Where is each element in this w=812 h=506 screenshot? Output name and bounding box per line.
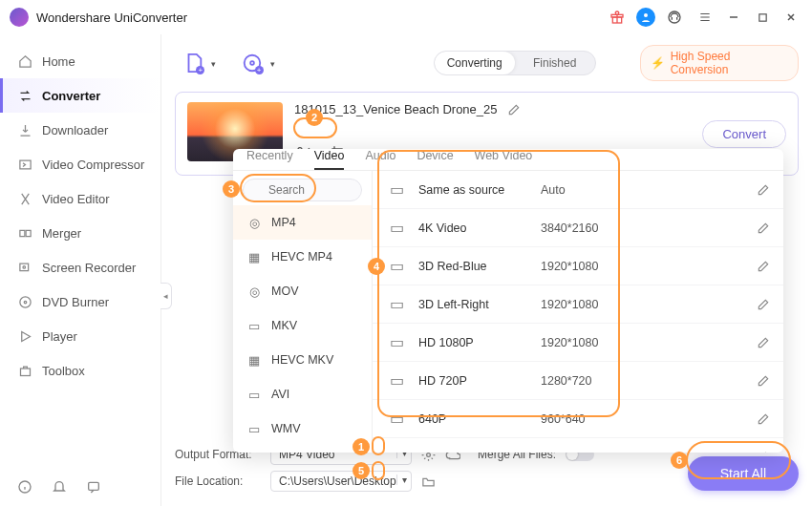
converter-icon: [17, 88, 32, 103]
format-mkv[interactable]: ▭MKV: [233, 308, 372, 343]
player-icon: [17, 328, 32, 344]
chevron-down-icon: ▾: [396, 474, 407, 485]
preset-row[interactable]: ▭3D Red-Blue1920*1080: [373, 247, 783, 285]
pop-tab-recently[interactable]: Recently: [246, 149, 293, 170]
preset-icon: ▭: [390, 257, 405, 275]
preset-row[interactable]: ▭Same as sourceAuto: [373, 171, 783, 209]
preset-icon: ▭: [390, 448, 405, 453]
preset-icon: ▭: [390, 219, 405, 237]
sidebar-label: Toolbox: [42, 364, 85, 378]
add-file-button[interactable]: +▾: [181, 50, 206, 76]
format-hevc-mkv[interactable]: ▦HEVC MKV: [233, 343, 372, 377]
edit-icon[interactable]: [757, 451, 770, 453]
preset-row[interactable]: ▭3D Left-Right1920*1080: [373, 285, 783, 324]
sidebar-item-merger[interactable]: Merger: [0, 216, 160, 250]
close-button[interactable]: [780, 6, 802, 29]
edit-icon[interactable]: [757, 412, 770, 426]
convert-button[interactable]: Convert: [702, 120, 786, 148]
support-icon[interactable]: [663, 6, 686, 29]
svg-rect-7: [26, 230, 31, 236]
edit-icon[interactable]: [757, 374, 770, 388]
pop-tab-audio[interactable]: Audio: [365, 149, 395, 170]
format-popover: Recently Video Audio Device Web Video 🔍 …: [233, 149, 783, 453]
edit-icon[interactable]: [757, 336, 770, 349]
sidebar-item-toolbox[interactable]: Toolbox: [0, 353, 160, 388]
format-mov[interactable]: ◎MOV: [233, 274, 372, 308]
sidebar-item-converter[interactable]: Converter: [0, 78, 160, 113]
file-name: 181015_13_Venice Beach Drone_25: [294, 102, 498, 116]
bell-icon[interactable]: [52, 479, 69, 496]
add-dvd-button[interactable]: +▾: [239, 50, 265, 76]
preset-res: 1920*1080: [541, 298, 757, 311]
preset-icon: ▭: [390, 333, 405, 351]
edit-icon[interactable]: [757, 298, 770, 311]
svg-rect-13: [20, 369, 30, 376]
edit-icon[interactable]: [757, 260, 770, 273]
svg-rect-6: [19, 230, 24, 236]
folder-icon[interactable]: [421, 474, 436, 489]
sidebar-item-home[interactable]: Home: [0, 44, 160, 78]
file-location-combo[interactable]: C:\Users\User\Desktop ▾: [270, 471, 412, 492]
tab-converting[interactable]: Converting: [435, 52, 515, 74]
sidebar-label: Video Compressor: [42, 158, 144, 172]
format-wmv[interactable]: ▭WMV: [233, 411, 372, 446]
maximize-button[interactable]: [751, 6, 774, 29]
app-title: Wondershare UniConverter: [36, 11, 187, 25]
preset-row[interactable]: ▭640P960*640: [373, 400, 783, 438]
gift-icon[interactable]: [606, 6, 629, 29]
info-icon[interactable]: [17, 479, 34, 496]
preset-icon: ▭: [390, 410, 405, 428]
merger-icon: [17, 225, 32, 241]
svg-point-10: [19, 296, 30, 306]
preset-row[interactable]: ▭SD 576P720*576: [373, 438, 783, 453]
preset-name: 3D Red-Blue: [418, 260, 541, 273]
tab-finished[interactable]: Finished: [515, 52, 595, 74]
file-location-label: File Location:: [175, 474, 261, 488]
sidebar-label: Video Editor: [42, 192, 110, 206]
pop-tab-video[interactable]: Video: [314, 149, 345, 170]
sidebar-item-player[interactable]: Player: [0, 319, 160, 353]
sidebar-label: DVD Burner: [42, 295, 109, 309]
sidebar-item-recorder[interactable]: Screen Recorder: [0, 250, 160, 285]
feedback-icon[interactable]: [86, 479, 103, 496]
high-speed-button[interactable]: ⚡ High Speed Conversion: [640, 45, 799, 81]
format-label: MKV: [271, 319, 297, 332]
preset-name: 640P: [418, 412, 541, 426]
svg-point-17: [250, 61, 254, 65]
preset-row[interactable]: ▭HD 1080P1920*1080: [373, 324, 783, 362]
sidebar-item-editor[interactable]: Video Editor: [0, 181, 160, 216]
sidebar-item-dvd[interactable]: DVD Burner: [0, 285, 160, 319]
svg-point-9: [23, 265, 26, 268]
minimize-button[interactable]: [722, 6, 745, 29]
pop-tab-webvideo[interactable]: Web Video: [475, 149, 533, 170]
search-input[interactable]: [243, 179, 362, 201]
format-label: HEVC MKV: [271, 353, 333, 367]
sidebar-item-compressor[interactable]: Video Compressor: [0, 147, 160, 181]
format-avi[interactable]: ▭AVI: [233, 377, 372, 411]
preset-row[interactable]: ▭4K Video3840*2160: [373, 209, 783, 247]
collapse-sidebar-button[interactable]: ◂: [160, 283, 172, 309]
edit-icon[interactable]: [757, 221, 770, 235]
preset-res: 720*576: [541, 451, 757, 453]
start-all-button[interactable]: Start All: [688, 456, 799, 491]
format-list: 🔍 ◎MP4 ▦HEVC MP4 ◎MOV ▭MKV ▦HEVC MKV ▭AV…: [233, 171, 373, 453]
sidebar-item-downloader[interactable]: Downloader: [0, 113, 160, 147]
preset-row[interactable]: ▭HD 720P1280*720: [373, 362, 783, 400]
compress-icon: [17, 157, 32, 172]
recorder-icon: [17, 260, 32, 275]
home-icon: [17, 53, 32, 69]
edit-icon[interactable]: [757, 183, 770, 197]
account-icon[interactable]: [636, 8, 655, 27]
menu-icon[interactable]: [694, 6, 716, 29]
mov-icon: ◎: [246, 284, 262, 299]
preset-icon: ▭: [390, 295, 405, 313]
preset-list: ▭Same as sourceAuto ▭4K Video3840*2160 ▭…: [373, 171, 783, 453]
format-hevc-mp4[interactable]: ▦HEVC MP4: [233, 240, 372, 274]
edit-name-icon[interactable]: [507, 103, 521, 116]
svg-rect-15: [89, 482, 99, 490]
status-segmented: Converting Finished: [434, 51, 596, 75]
format-mp4[interactable]: ◎MP4: [233, 205, 372, 240]
pop-tab-device[interactable]: Device: [417, 149, 453, 170]
avi-icon: ▭: [246, 387, 262, 402]
mp4-icon: ◎: [246, 215, 262, 230]
